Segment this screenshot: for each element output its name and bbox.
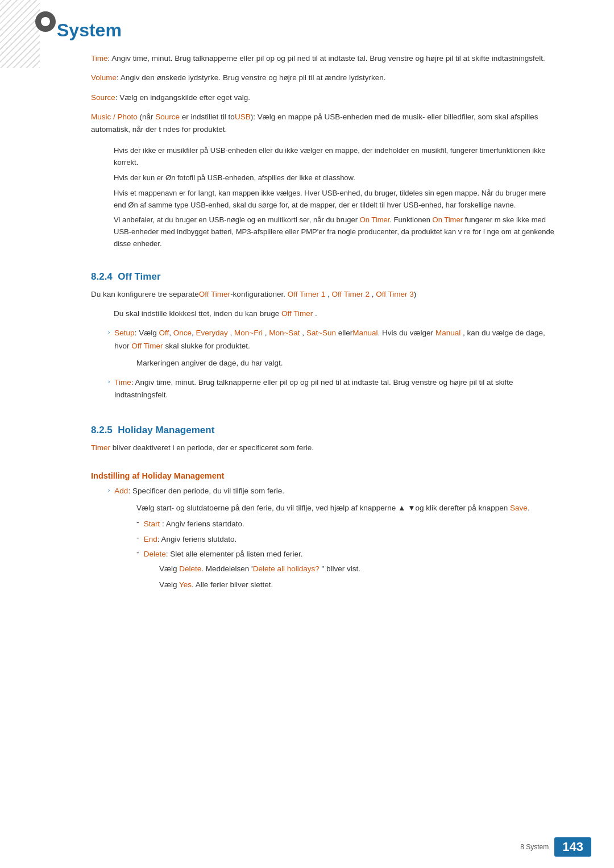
page-title: System — [57, 20, 580, 41]
save-ref: Save — [510, 504, 528, 512]
volume-label: Volume — [91, 73, 117, 82]
timer-ref: Timer — [91, 443, 110, 452]
add-note-text: Vælg start- og slutdatoerne på den ferie… — [136, 502, 557, 514]
section-825-number: 8.2.5 — [91, 425, 113, 435]
section-824-number: 8.2.4 — [91, 271, 113, 282]
yes-ref: Yes — [179, 580, 192, 589]
delete-note-1: Vælg Delete. Meddelelsen 'Delete all hol… — [159, 563, 557, 575]
usb-ref: USB — [235, 113, 251, 121]
setup-text: Setup: Vælg Off, Once, Everyday , Mon~Fr… — [114, 327, 557, 352]
off-timer-ref-intro: Off Timer — [199, 290, 230, 298]
note-3: Hvis et mappenavn er for langt, kan mapp… — [114, 188, 557, 211]
volume-item: Volume: Angiv den ønskede lydstyrke. Bru… — [91, 72, 557, 84]
section-825-intro: Timer bliver deaktiveret i en periode, d… — [91, 442, 557, 454]
time-bullet: › Time: Angiv time, minut. Brug talknapp… — [91, 376, 557, 402]
dash-start: - — [136, 518, 139, 527]
dash-end: - — [136, 533, 139, 542]
end-sub-bullet: - End: Angiv feriens slutdato. — [91, 533, 557, 546]
marking-text: Markeringen angiver de dage, du har valg… — [136, 357, 557, 369]
off-timer-3: Off Timer 3 — [376, 290, 414, 298]
delete-all-msg: Delete all holidays? — [253, 564, 320, 573]
footer-section-label: 8 System — [520, 843, 549, 851]
section-825-heading: 8.2.5 Holiday Management — [91, 425, 557, 436]
add-text: Add: Specificer den periode, du vil tilf… — [114, 485, 557, 497]
holiday-subheading: Indstilling af Holiday Management — [91, 471, 557, 480]
section-824-intro: Du kan konfigurere tre separateOff Timer… — [91, 288, 557, 301]
bullet-icon-add: › — [108, 487, 110, 493]
setup-label: Setup — [114, 329, 134, 337]
music-photo-item: Music / Photo (når Source er indstillet … — [91, 111, 557, 136]
source-item: Source: Vælg en indgangskilde efter eget… — [91, 92, 557, 104]
footer: 8 System 143 — [520, 837, 591, 857]
add-bullet: › Add: Specificer den periode, du vil ti… — [91, 485, 557, 497]
delete-subnotes: Vælg Delete. Meddelelsen 'Delete all hol… — [91, 563, 557, 592]
dash-delete: - — [136, 548, 139, 557]
off-timer-2: Off Timer 2 — [331, 290, 370, 298]
start-sub-bullet: - Start : Angiv feriens startdato. — [91, 518, 557, 530]
notes-block: Hvis der ikke er musikfiler på USB-enhed… — [91, 145, 557, 250]
source-label: Source — [91, 93, 115, 102]
off-timer-1: Off Timer 1 — [288, 290, 326, 298]
add-sub-note: Vælg start- og slutdatoerne på den ferie… — [91, 502, 557, 514]
bullet-icon-setup: › — [108, 329, 110, 335]
time-bullet-text: Time: Angiv time, minut. Brug talknapper… — [114, 376, 557, 402]
time-bullet-label: Time — [114, 378, 131, 387]
source-ref: Source — [155, 113, 180, 121]
music-photo-label: Music / Photo — [91, 113, 138, 121]
note-1: Hvis der ikke er musikfiler på USB-enhed… — [114, 145, 557, 169]
delete-label: Delete — [144, 550, 166, 558]
end-label: End — [144, 535, 157, 543]
delete-note-2: Vælg Yes. Alle ferier bliver slettet. — [159, 579, 557, 591]
content-area: Time: Angiv time, minut. Brug talknapper… — [0, 47, 614, 601]
delete-ref: Delete — [179, 564, 201, 573]
page-container: System Time: Angiv time, minut. Brug tal… — [0, 0, 614, 868]
end-text: End: Angiv feriens slutdato. — [144, 533, 557, 546]
note-2: Hvis der kun er Øn fotofil på USB-enhede… — [114, 172, 557, 184]
off-timer-clock-ref: Off Timer — [281, 309, 313, 318]
time-label: Time — [91, 54, 108, 63]
note-4: Vi anbefaler, at du bruger en USB-nøgle … — [114, 214, 557, 250]
section-824-heading: 8.2.4 Off Timer — [91, 271, 557, 283]
delete-sub-bullet: - Delete: Slet alle elementer på listen … — [91, 548, 557, 560]
add-label: Add — [114, 487, 128, 495]
page-number: 143 — [554, 837, 591, 857]
time-item: Time: Angiv time, minut. Brug talknapper… — [91, 52, 557, 65]
bullet-icon-time: › — [108, 379, 110, 385]
header-area: System — [0, 0, 614, 47]
clock-note: Du skal indstille klokkesl ttet, inden d… — [91, 308, 557, 320]
start-text: Start : Angiv feriens startdato. — [144, 518, 557, 530]
clock-note-text: Du skal indstille klokkesl ttet, inden d… — [114, 308, 557, 320]
marking-note: Markeringen angiver de dage, du har valg… — [91, 357, 557, 369]
start-label: Start — [144, 520, 160, 528]
section-824-title: Off Timer — [118, 271, 160, 282]
delete-text: Delete: Slet alle elementer på listen me… — [144, 548, 557, 560]
setup-bullet: › Setup: Vælg Off, Once, Everyday , Mon~… — [91, 327, 557, 352]
section-825-title: Holiday Management — [118, 425, 214, 435]
